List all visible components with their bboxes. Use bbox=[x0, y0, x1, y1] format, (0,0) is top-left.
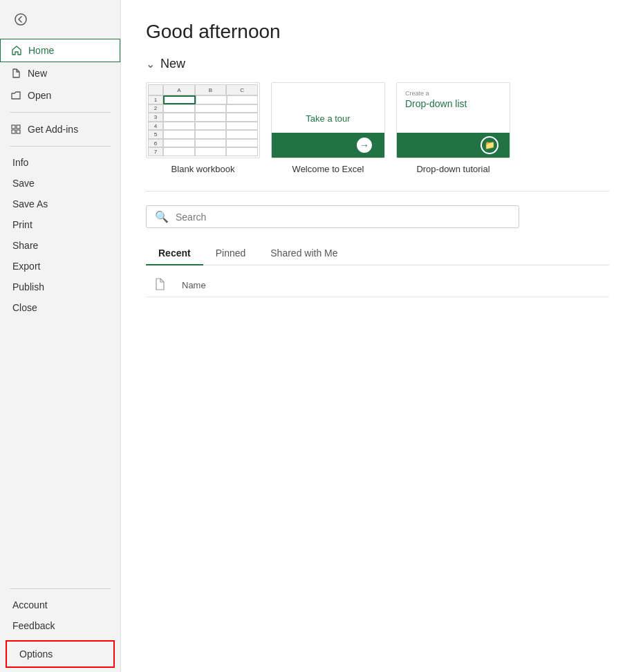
search-input[interactable] bbox=[176, 212, 510, 223]
sidebar-item-info[interactable]: Info bbox=[0, 152, 120, 173]
file-list-header: Name bbox=[146, 274, 609, 297]
template-blank[interactable]: A B C 1 2 bbox=[146, 82, 260, 174]
template-welcome[interactable]: Take a tour → Welcome to Excel bbox=[271, 82, 385, 174]
open-label: Open bbox=[28, 90, 51, 101]
sidebar-item-feedback[interactable]: Feedback bbox=[0, 615, 120, 636]
svg-point-0 bbox=[15, 14, 26, 25]
template-dropdown[interactable]: Create a Drop-down list 📁 Drop-down tuto… bbox=[396, 82, 510, 174]
dropdown-label: Drop-down tutorial bbox=[416, 164, 490, 174]
sidebar-item-save[interactable]: Save bbox=[0, 173, 120, 194]
chevron-down-icon[interactable]: ⌄ bbox=[146, 57, 155, 71]
divider-2 bbox=[10, 146, 111, 147]
new-section-header: ⌄ New bbox=[146, 57, 609, 71]
divider-bottom bbox=[10, 588, 111, 589]
tab-pinned[interactable]: Pinned bbox=[203, 242, 259, 265]
welcome-arrow-icon: → bbox=[355, 136, 373, 154]
sidebar-item-close[interactable]: Close bbox=[0, 297, 120, 318]
sidebar-item-account[interactable]: Account bbox=[0, 595, 120, 615]
sidebar-item-saveas[interactable]: Save As bbox=[0, 194, 120, 214]
dropdown-bar: 📁 bbox=[397, 133, 510, 158]
tab-recent[interactable]: Recent bbox=[146, 242, 203, 265]
sidebar: Home New Open bbox=[0, 0, 121, 672]
dropdown-icon: 📁 bbox=[481, 136, 498, 154]
open-icon bbox=[10, 90, 22, 101]
divider-1 bbox=[10, 112, 111, 113]
file-icon-col-header bbox=[154, 278, 174, 292]
dropdown-thumb: Create a Drop-down list 📁 bbox=[396, 82, 510, 158]
sidebar-item-share[interactable]: Share bbox=[0, 235, 120, 256]
welcome-label: Welcome to Excel bbox=[292, 164, 364, 174]
svg-rect-3 bbox=[12, 130, 15, 133]
dropdown-create-text: Create a bbox=[405, 90, 501, 97]
main-content: Good afternoon ⌄ New A B C 1 bbox=[121, 0, 634, 672]
blank-thumb: A B C 1 2 bbox=[146, 82, 260, 158]
tab-shared[interactable]: Shared with Me bbox=[258, 242, 350, 265]
search-container: 🔍 bbox=[146, 205, 519, 228]
sidebar-item-publish[interactable]: Publish bbox=[0, 277, 120, 297]
home-label: Home bbox=[28, 45, 54, 56]
back-button[interactable] bbox=[7, 6, 35, 33]
sidebar-item-print[interactable]: Print bbox=[0, 214, 120, 235]
sidebar-item-home[interactable]: Home bbox=[0, 39, 120, 62]
sidebar-item-new[interactable]: New bbox=[0, 62, 120, 84]
welcome-thumb: Take a tour → bbox=[271, 82, 385, 158]
sidebar-item-addins[interactable]: Get Add-ins bbox=[0, 118, 120, 140]
welcome-bar: → bbox=[272, 133, 384, 158]
greeting-heading: Good afternoon bbox=[146, 21, 609, 43]
file-name-col-header: Name bbox=[182, 280, 601, 290]
search-icon: 🔍 bbox=[155, 210, 169, 223]
welcome-top-text: Take a tour bbox=[306, 113, 350, 124]
blank-label: Blank workbook bbox=[171, 164, 235, 174]
svg-rect-2 bbox=[17, 125, 20, 129]
svg-rect-4 bbox=[17, 130, 20, 133]
svg-rect-1 bbox=[12, 125, 15, 129]
options-button[interactable]: Options bbox=[6, 640, 115, 668]
section-divider bbox=[146, 191, 609, 192]
addins-icon bbox=[10, 124, 22, 135]
sidebar-bottom: Account Feedback Options bbox=[0, 583, 120, 672]
sidebar-nav: Home New Open bbox=[0, 39, 120, 318]
new-section-title: New bbox=[160, 57, 185, 71]
sidebar-item-open[interactable]: Open bbox=[0, 84, 120, 106]
home-icon bbox=[10, 45, 23, 56]
addins-label: Get Add-ins bbox=[28, 124, 78, 135]
new-doc-icon bbox=[10, 68, 22, 79]
templates-grid: A B C 1 2 bbox=[146, 82, 609, 174]
new-label: New bbox=[28, 68, 47, 79]
sidebar-item-export[interactable]: Export bbox=[0, 256, 120, 277]
files-tabs: Recent Pinned Shared with Me bbox=[146, 242, 609, 265]
dropdown-title-text: Drop-down list bbox=[405, 97, 501, 110]
dropdown-top: Create a Drop-down list bbox=[397, 83, 510, 133]
